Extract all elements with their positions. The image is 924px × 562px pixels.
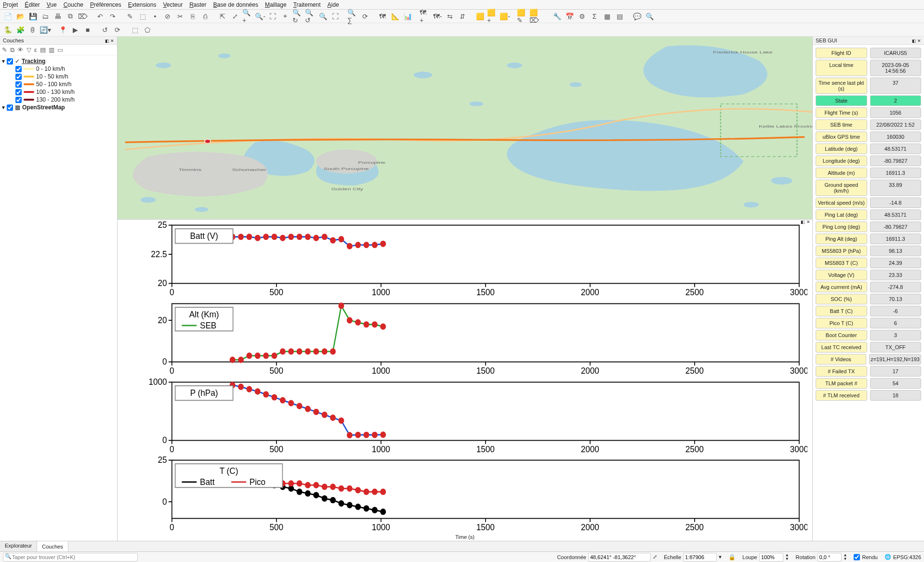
toolbar-button[interactable]: 🟨+ — [487, 11, 498, 22]
remove-icon[interactable]: ▭ — [57, 46, 63, 53]
menu-maillage[interactable]: Maillage — [265, 1, 287, 8]
menu-base-de-données[interactable]: Base de données — [213, 1, 258, 8]
toolbar-button[interactable]: Σ — [589, 11, 600, 22]
toolbar-button[interactable]: 🔍 — [644, 11, 655, 22]
toolbar-button[interactable]: 🔍∑ — [347, 11, 358, 22]
visibility-icon[interactable]: 👁 — [17, 46, 24, 53]
toolbar-button[interactable]: ↷ — [107, 11, 119, 22]
layer-check[interactable] — [15, 89, 22, 95]
layer-label[interactable]: 10 - 50 km/h — [36, 73, 68, 80]
toolbar-button[interactable]: ⇆ — [444, 11, 456, 22]
toolbar-button[interactable]: 💬 — [631, 11, 643, 22]
toolbar-button[interactable]: ▦ — [601, 11, 613, 22]
search-box[interactable]: 🔍 — [3, 553, 138, 562]
toolbar-button[interactable]: 📐 — [389, 11, 401, 22]
toolbar-button[interactable]: 🔄▾ — [40, 24, 51, 36]
toolbar-button[interactable]: ▶ — [69, 24, 81, 36]
toolbar-button[interactable]: ⬠ — [142, 24, 153, 36]
toolbar-button[interactable]: ⎘ — [187, 11, 198, 22]
layer-openstreetmap[interactable]: OpenStreetMap — [22, 104, 65, 111]
toolbar-button[interactable]: 📍 — [57, 24, 68, 36]
undock-icon[interactable]: ◧ — [912, 39, 916, 43]
extent-icon[interactable]: ⤢ — [653, 554, 657, 560]
scale-input[interactable] — [683, 553, 717, 562]
render-checkbox[interactable] — [854, 553, 860, 562]
toolbar-button[interactable]: ■ — [82, 24, 93, 36]
search-input[interactable] — [3, 553, 138, 562]
toolbar-button[interactable]: ⬚ — [137, 11, 148, 22]
menu-éditer[interactable]: Éditer — [25, 1, 40, 8]
toolbar-button[interactable]: 🧩 — [14, 24, 26, 36]
toolbar-button[interactable]: 🔍- — [254, 11, 266, 22]
toolbar-button[interactable]: ✂ — [174, 11, 186, 22]
menu-couche[interactable]: Couche — [64, 1, 83, 8]
layer-check[interactable] — [15, 81, 22, 88]
expr-icon[interactable]: ε — [34, 46, 37, 53]
toolbar-button[interactable]: ⊘ — [162, 11, 173, 22]
filter-icon[interactable]: ▽ — [26, 46, 31, 53]
toolbar-button[interactable]: ⟳ — [112, 24, 123, 36]
toolbar-button[interactable]: 🔍+ — [242, 11, 253, 22]
undock-icon[interactable]: ◧ — [105, 39, 109, 43]
toolbar-button[interactable]: 📊 — [402, 11, 413, 22]
close-icon[interactable]: ✕ — [110, 39, 114, 43]
toolbar-button[interactable]: 💾 — [27, 11, 39, 22]
stepper-icon[interactable]: ▲▼ — [785, 553, 789, 561]
toolbar-button[interactable]: ⚙ — [576, 11, 588, 22]
expand-icon[interactable]: ▤ — [40, 46, 46, 53]
toolbar-button[interactable]: ⤢ — [229, 11, 241, 22]
toolbar-button[interactable]: 📂 — [14, 11, 26, 22]
coord-input[interactable] — [588, 553, 651, 562]
add-group-icon[interactable]: ⧉ — [10, 46, 14, 54]
collapse-icon[interactable]: ▥ — [49, 46, 54, 53]
toolbar-button[interactable]: 🟨✎ — [516, 11, 528, 22]
stepper-icon[interactable]: ▲▼ — [844, 553, 847, 561]
tab-explorer[interactable]: Explorateur — [0, 541, 37, 551]
menu-préférences[interactable]: Préférences — [90, 1, 121, 8]
toolbar-button[interactable]: 🐍 — [2, 24, 13, 36]
toolbar-button[interactable]: ⌦ — [77, 11, 89, 22]
toolbar-button[interactable]: 📅 — [564, 11, 575, 22]
toolbar-button[interactable]: ⇵ — [457, 11, 468, 22]
toolbar-button[interactable]: 🛢 — [27, 24, 39, 36]
toolbar-button[interactable]: 🔍↻ — [292, 11, 304, 22]
chevron-down-icon[interactable]: ▾ — [719, 554, 722, 560]
menu-raster[interactable]: Raster — [189, 1, 206, 8]
layer-label[interactable]: 50 - 100 km/h — [36, 81, 71, 88]
close-icon[interactable]: ✕ — [806, 220, 810, 224]
toolbar-button[interactable]: 📄 — [2, 11, 13, 22]
lock-icon[interactable]: 🔒 — [728, 554, 736, 561]
toolbar-button[interactable]: ⛶ — [330, 11, 341, 22]
rotation-input[interactable] — [818, 553, 842, 562]
toolbar-button[interactable]: ✎ — [124, 11, 136, 22]
map-canvas[interactable]: TimminsSchumacherPorcupineSouth Porcupin… — [118, 37, 812, 220]
toolbar-button[interactable]: ⎙ — [199, 11, 211, 22]
toolbar-button[interactable]: ▤ — [614, 11, 625, 22]
toolbar-button[interactable]: 🟨⌦ — [529, 11, 541, 22]
menu-vecteur[interactable]: Vecteur — [163, 1, 183, 8]
toolbar-button[interactable]: 🗺- — [432, 11, 443, 22]
layer-check[interactable] — [7, 105, 13, 111]
toolbar-button[interactable]: ↺ — [99, 24, 111, 36]
menu-extensions[interactable]: Extensions — [128, 1, 157, 8]
layer-label[interactable]: 100 - 130 km/h — [36, 89, 75, 95]
toolbar-button[interactable]: 🔧 — [551, 11, 563, 22]
toolbar-button[interactable]: ⬚ — [129, 24, 141, 36]
toolbar-button[interactable]: ⛶ — [267, 11, 278, 22]
toolbar-button[interactable]: 🟨 — [474, 11, 486, 22]
toolbar-button[interactable]: ⇱ — [217, 11, 228, 22]
toolbar-button[interactable]: 🔍 — [317, 11, 329, 22]
toolbar-button[interactable]: 🗺+ — [419, 11, 431, 22]
toolbar-button[interactable]: • — [149, 11, 161, 22]
layer-check[interactable] — [15, 97, 22, 103]
layer-check[interactable] — [15, 66, 22, 72]
crs-field[interactable]: 🌐 EPSG:4326 — [884, 554, 921, 560]
toolbar-button[interactable]: ⟳ — [359, 11, 371, 22]
toolbar-button[interactable]: ⧉ — [65, 11, 76, 22]
loupe-input[interactable] — [759, 553, 783, 562]
toolbar-button[interactable]: 🔍↺ — [304, 11, 316, 22]
layer-check[interactable] — [15, 74, 22, 80]
menu-aide[interactable]: Aide — [328, 1, 339, 8]
menu-projet[interactable]: Projet — [3, 1, 18, 8]
layer-label[interactable]: 130 - 200 km/h — [36, 96, 75, 103]
